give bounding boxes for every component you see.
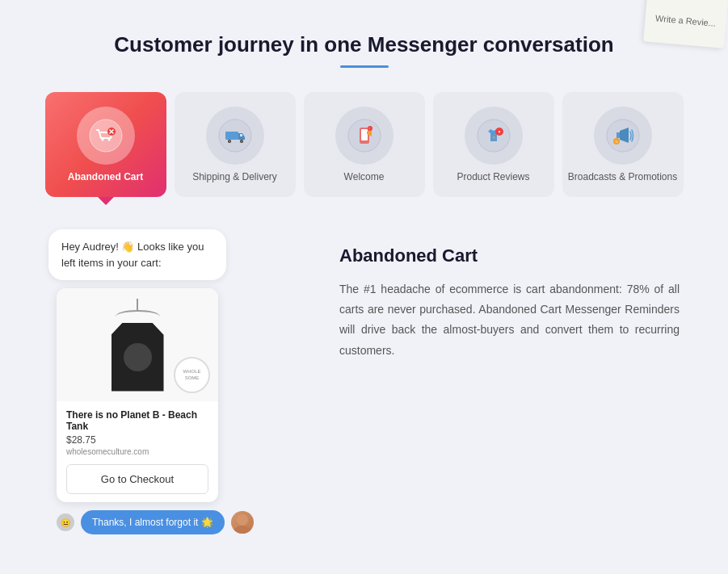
welcome-icon: !: [347, 119, 381, 153]
card-label-welcome: Welcome: [344, 171, 385, 182]
corner-note: Write a Revie...: [643, 0, 728, 48]
card-label-broadcasts: Broadcasts & Promotions: [568, 171, 677, 182]
card-icon-circle-abandoned-cart: [77, 107, 135, 165]
checkout-button[interactable]: Go to Checkout: [66, 464, 208, 494]
svg-rect-12: [240, 134, 242, 136]
card-abandoned-cart[interactable]: Abandoned Cart: [45, 92, 166, 197]
page-wrapper: Write a Revie... Customer journey in one…: [0, 0, 728, 574]
svg-point-27: [233, 526, 252, 534]
description-text: The #1 headache of ecommerce is cart aba…: [339, 279, 680, 361]
svg-point-1: [101, 139, 103, 141]
messenger-preview: Hey Audrey! 👋 Looks like you left items …: [48, 229, 291, 534]
brand-badge: WHOLESOME: [174, 357, 210, 393]
svg-point-26: [237, 514, 248, 526]
card-product-reviews[interactable]: ♥ ★ Product Reviews: [433, 92, 554, 197]
product-info: There is no Planet B - Beach Tank $28.75…: [57, 401, 218, 502]
description-section: Abandoned Cart The #1 headache of ecomme…: [339, 229, 680, 361]
svg-rect-16: [367, 132, 368, 134]
brand-text: WHOLESOME: [183, 369, 200, 382]
card-icon-circle-broadcasts: %: [594, 107, 652, 165]
title-underline: [340, 65, 389, 68]
thanks-text: Thanks, I almost forgot it 🌟: [92, 517, 213, 528]
svg-point-2: [107, 139, 110, 141]
card-icon-circle-welcome: !: [335, 107, 393, 165]
product-card: WHOLESOME There is no Planet B - Beach T…: [57, 288, 218, 502]
page-title: Customer journey in one Messenger conver…: [16, 32, 712, 57]
svg-text:♥: ♥: [498, 129, 500, 134]
card-label-shipping: Shipping & Delivery: [192, 171, 277, 182]
product-price: $28.75: [66, 434, 208, 446]
svg-rect-15: [361, 129, 368, 140]
product-image-area: WHOLESOME: [57, 288, 218, 401]
content-section: Hey Audrey! 👋 Looks like you left items …: [16, 229, 712, 534]
chat-bubble-greeting: Hey Audrey! 👋 Looks like you left items …: [48, 229, 226, 280]
broadcast-icon: %: [606, 119, 640, 153]
reviews-icon: ♥ ★: [477, 119, 511, 153]
reaction-row: 😐 Thanks, I almost forgot it 🌟: [57, 510, 291, 534]
card-broadcasts-promotions[interactable]: % Broadcasts & Promotions: [562, 92, 684, 197]
svg-point-11: [241, 140, 242, 142]
truck-icon: [218, 119, 252, 153]
reaction-dot: 😐: [57, 513, 74, 531]
product-domain: wholesomeculture.com: [66, 447, 208, 456]
cards-row: Abandoned Cart: [16, 92, 712, 197]
svg-text:!: !: [368, 127, 369, 131]
card-welcome[interactable]: ! Welcome: [304, 92, 425, 197]
corner-text: Write a Revie...: [655, 13, 717, 27]
greeting-text: Hey Audrey! 👋 Looks like you left items …: [61, 241, 204, 269]
card-icon-circle-reviews: ♥ ★: [465, 107, 523, 165]
card-label-abandoned-cart: Abandoned Cart: [68, 171, 143, 182]
card-shipping-delivery[interactable]: Shipping & Delivery: [175, 92, 296, 197]
card-icon-circle-shipping: [206, 107, 264, 165]
card-label-reviews: Product Reviews: [457, 171, 529, 182]
thanks-bubble: Thanks, I almost forgot it 🌟: [81, 510, 225, 534]
svg-rect-7: [225, 132, 238, 140]
user-avatar: [231, 511, 254, 534]
svg-point-9: [229, 140, 230, 142]
svg-text:%: %: [615, 140, 618, 144]
description-title: Abandoned Cart: [339, 245, 680, 266]
svg-point-0: [90, 119, 122, 152]
product-name: There is no Planet B - Beach Tank: [66, 409, 208, 432]
title-section: Customer journey in one Messenger conver…: [16, 32, 712, 68]
cart-icon: [89, 119, 123, 153]
